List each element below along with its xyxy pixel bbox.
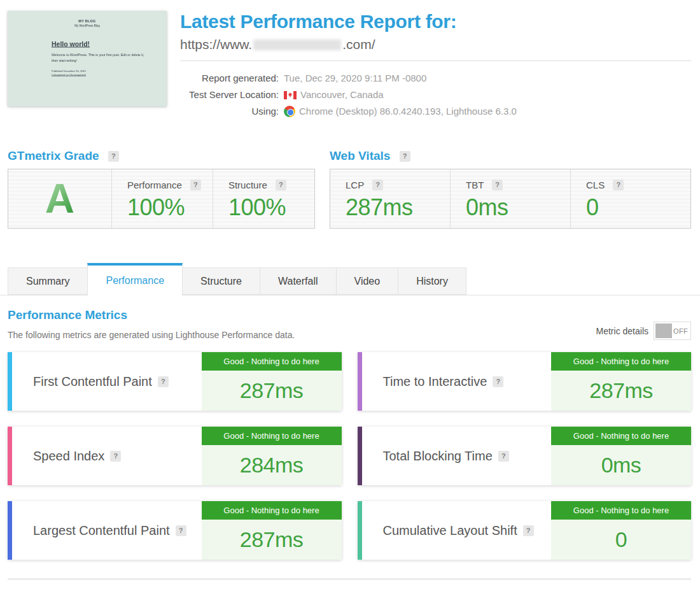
- info-label: Test Server Location:: [180, 87, 279, 103]
- tbt-cell: TBT ? 0ms: [451, 169, 571, 228]
- status-badge: Good - Nothing to do here: [202, 352, 342, 371]
- structure-score-label-text: Structure: [228, 180, 267, 190]
- report-url-redacted: [253, 39, 341, 50]
- tab-structure[interactable]: Structure: [182, 267, 260, 295]
- metric-name: Total Blocking Time: [383, 449, 493, 464]
- bottom-divider: [8, 578, 691, 580]
- score-panels: GTmetrix Grade ? A Performance ? 100% St…: [8, 149, 691, 229]
- tab-history[interactable]: History: [398, 267, 466, 295]
- performance-score-help-icon[interactable]: ?: [190, 180, 201, 190]
- report-url: https://www. .com/: [180, 37, 691, 52]
- cls-cell: CLS ? 0: [571, 169, 690, 228]
- report-header: MY BLOG My WordPress Blog Hello world! W…: [0, 0, 700, 120]
- tbt-label: TBT ?: [466, 180, 570, 190]
- performance-metrics-header: Performance Metrics The following metric…: [8, 308, 691, 340]
- thumbnail-post-category: Categorized as Uncategorized: [52, 74, 86, 77]
- info-row-location: Test Server Location: Vancouver, Canada: [180, 87, 691, 103]
- tab-performance[interactable]: Performance: [87, 263, 183, 295]
- grade-panel-box: A Performance ? 100% Structure ? 100%: [8, 169, 315, 229]
- canada-flag-icon: [284, 91, 297, 99]
- grade-letter: A: [45, 178, 74, 219]
- status-badge: Good - Nothing to do here: [551, 352, 691, 371]
- performance-score-value: 100%: [127, 194, 213, 221]
- info-label: Report generated:: [180, 70, 279, 87]
- grade-letter-cell: A: [8, 169, 112, 228]
- structure-score-label: Structure ?: [228, 180, 314, 190]
- thumbnail-post-title: Hello world!: [52, 40, 147, 48]
- header-divider: [180, 60, 691, 61]
- thumbnail-post-body: Welcome to WordPress. This is your first…: [52, 52, 147, 63]
- metric-value: 284ms: [202, 445, 342, 485]
- page-title: Latest Performance Report for:: [180, 11, 691, 32]
- grade-structure-cell: Structure ? 100%: [213, 169, 314, 228]
- lcp-label-text: LCP: [346, 180, 364, 190]
- tbt-help-icon[interactable]: ?: [492, 180, 503, 190]
- tab-video[interactable]: Video: [336, 267, 399, 295]
- status-badge: Good - Nothing to do here: [202, 427, 342, 445]
- info-row-using: Using: Chrome (Desktop) 86.0.4240.193, L…: [180, 103, 691, 120]
- status-badge: Good - Nothing to do here: [202, 501, 342, 520]
- performance-metrics-subtitle: The following metrics are generated usin…: [8, 330, 295, 340]
- card-time-to-interactive: Time to Interactive ? Good - Nothing to …: [358, 352, 692, 411]
- gtmetrix-grade-panel: GTmetrix Grade ? A Performance ? 100% St…: [8, 149, 315, 229]
- tbt-card-help-icon[interactable]: ?: [498, 451, 509, 462]
- tbt-value: 0ms: [466, 194, 570, 221]
- info-label: Using:: [180, 103, 279, 120]
- cls-help-icon[interactable]: ?: [613, 180, 624, 190]
- metric-value: 0: [551, 520, 691, 560]
- status-badge: Good - Nothing to do here: [551, 427, 691, 445]
- tab-summary[interactable]: Summary: [8, 267, 88, 295]
- metric-name: Largest Contentful Paint: [33, 523, 170, 538]
- thumbnail-site-tagline: My WordPress Blog: [8, 24, 167, 27]
- metric-name: Cumulative Layout Shift: [383, 523, 517, 538]
- info-value: Chrome (Desktop) 86.0.4240.193, Lighthou…: [299, 103, 517, 120]
- fcp-help-icon[interactable]: ?: [158, 376, 169, 387]
- performance-metrics-title: Performance Metrics: [8, 308, 295, 322]
- report-url-suffix: .com/: [342, 37, 375, 52]
- card-first-contentful-paint: First Contentful Paint ? Good - Nothing …: [8, 352, 342, 411]
- cls-label-text: CLS: [586, 180, 605, 190]
- toggle-state-text: OFF: [672, 327, 689, 335]
- thumbnail-site-title: MY BLOG: [8, 19, 167, 23]
- metric-details-toggle[interactable]: OFF: [654, 322, 691, 340]
- metric-name: Speed Index: [33, 449, 104, 464]
- lcp-label: LCP ?: [346, 180, 450, 190]
- lcp-help-icon[interactable]: ?: [372, 180, 383, 190]
- page-screenshot-thumbnail: MY BLOG My WordPress Blog Hello world! W…: [8, 11, 167, 106]
- metric-value: 287ms: [551, 371, 691, 411]
- grade-panel-title-text: GTmetrix Grade: [8, 149, 99, 162]
- report-tabs: Summary Performance Structure Waterfall …: [0, 263, 700, 295]
- thumbnail-page-render: MY BLOG My WordPress Blog Hello world! W…: [8, 11, 167, 106]
- vitals-panel-box: LCP ? 287ms TBT ? 0ms CLS ? 0: [330, 169, 691, 229]
- report-url-prefix: https://www.: [180, 37, 252, 52]
- metric-details-toggle-group: Metric details OFF: [596, 322, 691, 340]
- lcp-cell: LCP ? 287ms: [330, 169, 451, 228]
- card-speed-index: Speed Index ? Good - Nothing to do here …: [8, 427, 342, 485]
- card-total-blocking-time: Total Blocking Time ? Good - Nothing to …: [358, 427, 692, 485]
- metric-value: 287ms: [202, 371, 342, 411]
- metric-details-label: Metric details: [596, 326, 648, 336]
- tab-waterfall[interactable]: Waterfall: [260, 267, 337, 295]
- tti-help-icon[interactable]: ?: [493, 376, 503, 387]
- performance-score-label: Performance ?: [127, 180, 213, 190]
- card-largest-contentful-paint: Largest Contentful Paint ? Good - Nothin…: [8, 501, 342, 560]
- grade-help-icon[interactable]: ?: [108, 151, 119, 162]
- grade-performance-cell: Performance ? 100%: [112, 169, 213, 228]
- grade-panel-title: GTmetrix Grade ?: [8, 149, 315, 163]
- web-vitals-panel: Web Vitals ? LCP ? 287ms TBT ? 0ms CLS: [330, 149, 691, 229]
- speed-index-help-icon[interactable]: ?: [110, 451, 121, 462]
- metric-value: 287ms: [202, 520, 342, 560]
- card-cumulative-layout-shift: Cumulative Layout Shift ? Good - Nothing…: [358, 501, 692, 560]
- vitals-help-icon[interactable]: ?: [400, 151, 410, 162]
- status-badge: Good - Nothing to do here: [551, 501, 691, 520]
- performance-score-label-text: Performance: [127, 180, 182, 190]
- cls-card-help-icon[interactable]: ?: [523, 525, 534, 536]
- structure-score-help-icon[interactable]: ?: [276, 180, 286, 190]
- lcp-value: 287ms: [346, 194, 450, 221]
- metric-name: Time to Interactive: [383, 374, 487, 389]
- toggle-knob: [655, 323, 672, 338]
- metric-name: First Contentful Paint: [33, 374, 152, 389]
- vitals-panel-title: Web Vitals ?: [330, 149, 691, 163]
- cls-label: CLS ?: [586, 180, 690, 190]
- lcp-card-help-icon[interactable]: ?: [176, 525, 186, 536]
